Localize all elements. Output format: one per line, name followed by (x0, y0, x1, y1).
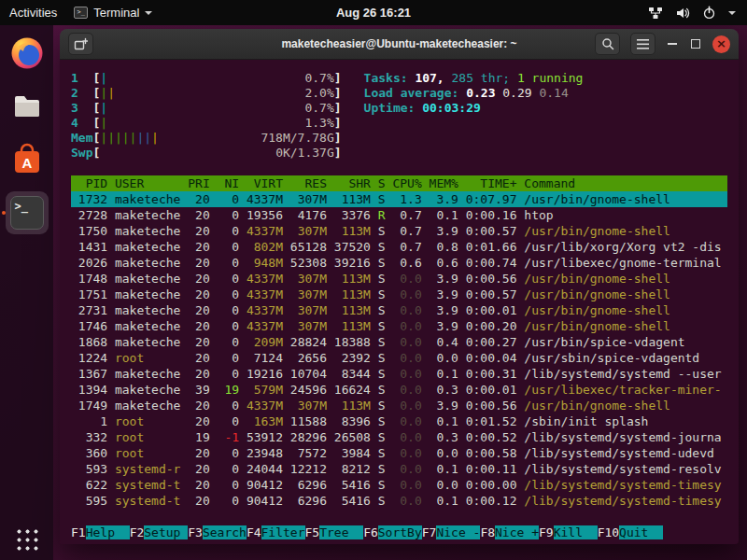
fkey-quit[interactable]: F10Quit (598, 525, 663, 540)
cell: maketeche (115, 399, 188, 413)
column-header[interactable]: MEM% (430, 176, 466, 190)
dock-item-files[interactable] (6, 85, 49, 128)
cell: 0 (218, 240, 247, 254)
fkey-sortby[interactable]: F6SortBy (363, 525, 422, 540)
column-header[interactable]: TIME+ (466, 176, 525, 190)
process-table-header[interactable]: PID USER PRI NI VIRT RES SHR S CPU% MEM%… (71, 175, 727, 191)
process-row[interactable]: 2731 maketeche 20 0 4337M 307M 113M S 0.… (71, 302, 727, 318)
process-row[interactable]: 1431 maketeche 20 0 802M 65128 37520 S 0… (71, 239, 727, 255)
process-row[interactable]: 1 root 20 0 163M 11588 8396 S 0.0 0.1 0:… (71, 413, 727, 429)
fkey-tree[interactable]: F5Tree (305, 525, 364, 540)
volume-icon (675, 6, 690, 21)
cell: 0 (218, 287, 247, 301)
process-row[interactable]: 1746 maketeche 20 0 4337M 307M 113M S 0.… (71, 318, 727, 334)
maximize-button[interactable] (689, 37, 702, 50)
cell: 0.1 (430, 367, 466, 381)
process-row-selected[interactable]: 1732 maketeche 20 0 4337M 307M 113M S 1.… (71, 191, 727, 207)
fkey-setup[interactable]: F2Setup (130, 525, 189, 540)
cell: 2728 (71, 208, 115, 222)
meter-label: 2 (71, 86, 92, 101)
column-header[interactable]: Command (524, 176, 575, 190)
cell: 113M (334, 287, 378, 301)
search-button[interactable] (595, 33, 620, 55)
column-header[interactable]: SHR (334, 176, 378, 190)
fkey-label: Quit (619, 525, 663, 539)
meter-box: ||||||||718M/7.78G (100, 131, 333, 146)
process-row[interactable]: 1868 maketeche 20 0 209M 28824 18388 S 0… (71, 334, 727, 350)
column-header[interactable]: PRI (188, 176, 217, 190)
meter-box: 0K/1.37G (100, 146, 333, 161)
cell: /usr/bin/gnome-shell (524, 272, 670, 286)
fkey-search[interactable]: F3Search (188, 525, 247, 540)
terminal-icon: >_ (10, 196, 44, 230)
process-row[interactable]: 2728 maketeche 20 0 19356 4176 3376 R 0.… (71, 207, 727, 223)
cell: 18388 (334, 335, 378, 349)
show-applications-icon[interactable] (15, 527, 38, 551)
process-row[interactable]: 1750 maketeche 20 0 4337M 307M 113M S 0.… (71, 223, 727, 239)
process-row[interactable]: 595 systemd-t 20 0 90412 6296 5416 S 0.0… (71, 493, 727, 509)
fkey-help[interactable]: F1Help (71, 525, 130, 540)
cell: 4337M (247, 192, 290, 206)
chevron-down-icon (728, 11, 736, 15)
clock[interactable]: Aug 26 16:21 (336, 6, 411, 20)
process-row[interactable]: 622 systemd-t 20 0 90412 6296 5416 S 0.0… (71, 477, 727, 493)
process-row[interactable]: 1748 maketeche 20 0 4337M 307M 113M S 0.… (71, 271, 727, 287)
cell: 0.0 (392, 272, 429, 286)
process-row[interactable]: 332 root 19 -1 53912 28296 26508 S 0.0 0… (71, 429, 727, 445)
fkey-label: Nice + (495, 525, 539, 539)
column-header[interactable]: S (378, 176, 393, 190)
cell: 11588 (290, 414, 334, 428)
cell: maketeche (115, 383, 188, 397)
fkey-nice-[interactable]: F7Nice - (422, 525, 481, 540)
cell: 0:00.16 (466, 208, 525, 222)
dock-item-terminal[interactable]: >_ (6, 191, 49, 234)
cell: 0.3 (430, 430, 466, 444)
cell: maketeche (115, 240, 188, 254)
activities-button[interactable]: Activities (9, 6, 57, 20)
cell: 307M (290, 287, 334, 301)
fkey-key: F8 (480, 525, 495, 539)
cell: 1750 (71, 224, 115, 238)
column-header[interactable]: USER (115, 176, 188, 190)
dock-item-firefox[interactable] (6, 32, 49, 75)
cell: 0:00.01 (466, 383, 525, 397)
cell: /usr/bin/gnome-shell (524, 399, 670, 413)
column-header[interactable]: NI (218, 176, 247, 190)
cell: 0.8 (430, 240, 466, 254)
process-row[interactable]: 360 root 20 0 23948 7572 3984 S 0.0 0.0 … (71, 445, 727, 461)
cell: 1224 (71, 351, 115, 365)
terminal-content[interactable]: 1[|0.7%]2[||2.0%]3[|0.7%]4[|1.3%]Mem[|||… (60, 60, 739, 544)
topbar-left: Activities >_ Terminal (0, 6, 152, 20)
dock-item-ubuntu-software[interactable]: A (6, 138, 49, 181)
column-header[interactable]: VIRT (247, 176, 290, 190)
cell: 307M (290, 272, 334, 286)
window-titlebar[interactable]: maketecheasier@Ubuntu-maketecheasier: ~ … (60, 29, 739, 60)
column-header[interactable]: RES (290, 176, 334, 190)
app-menu-terminal[interactable]: >_ Terminal (74, 6, 152, 20)
menu-button[interactable] (630, 33, 655, 55)
process-row[interactable]: 2026 maketeche 20 0 948M 52308 39216 S 0… (71, 255, 727, 271)
cell: htop (524, 208, 553, 222)
process-row[interactable]: 593 systemd-r 20 0 24044 12212 8212 S 0.… (71, 461, 727, 477)
column-header[interactable]: CPU% (392, 176, 429, 190)
fkey-nice-[interactable]: F8Nice + (480, 525, 539, 540)
close-button[interactable]: × (712, 35, 730, 53)
new-tab-button[interactable] (68, 33, 93, 55)
fkey-kill[interactable]: F9Kill (539, 525, 598, 540)
process-row[interactable]: 1367 maketeche 20 0 19216 10704 8344 S 0… (71, 366, 727, 382)
fkey-filter[interactable]: F4Filter (247, 525, 305, 540)
process-row[interactable]: 1394 maketeche 39 19 579M 24596 16624 S … (71, 382, 727, 398)
cell: 4337M (247, 399, 290, 413)
new-tab-icon (74, 37, 88, 50)
column-header[interactable]: PID (71, 176, 115, 190)
process-row[interactable]: 1224 root 20 0 7124 2656 2392 S 0.0 0.0 … (71, 350, 727, 366)
cell: S (378, 240, 393, 254)
cell: 0.1 (430, 462, 466, 476)
bracket: [ (92, 86, 100, 101)
system-status-area[interactable] (648, 6, 747, 21)
cell: 20 (188, 351, 217, 365)
meter-label: 3 (71, 101, 92, 116)
process-row[interactable]: 1751 maketeche 20 0 4337M 307M 113M S 0.… (71, 287, 727, 302)
process-row[interactable]: 1749 maketeche 20 0 4337M 307M 113M S 0.… (71, 398, 727, 413)
minimize-button[interactable] (666, 39, 679, 49)
